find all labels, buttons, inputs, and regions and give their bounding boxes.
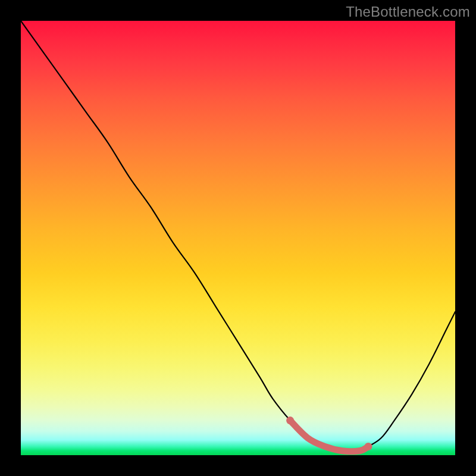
- plot-area: [21, 21, 455, 455]
- bottleneck-curve: [21, 21, 455, 452]
- highlight-dot-start: [286, 416, 294, 424]
- chart-svg: [21, 21, 455, 455]
- watermark-text: TheBottleneck.com: [346, 4, 470, 20]
- highlight-segment: [290, 421, 368, 452]
- highlight-dot-end: [365, 443, 372, 450]
- chart-frame: TheBottleneck.com: [0, 0, 476, 476]
